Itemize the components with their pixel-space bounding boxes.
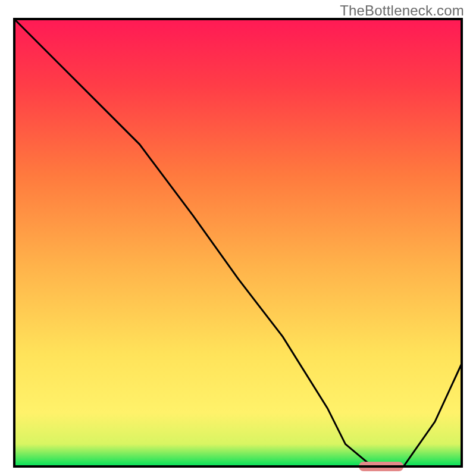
chart-container: TheBottleneck.com <box>0 0 476 476</box>
bottleneck-chart <box>0 0 476 476</box>
